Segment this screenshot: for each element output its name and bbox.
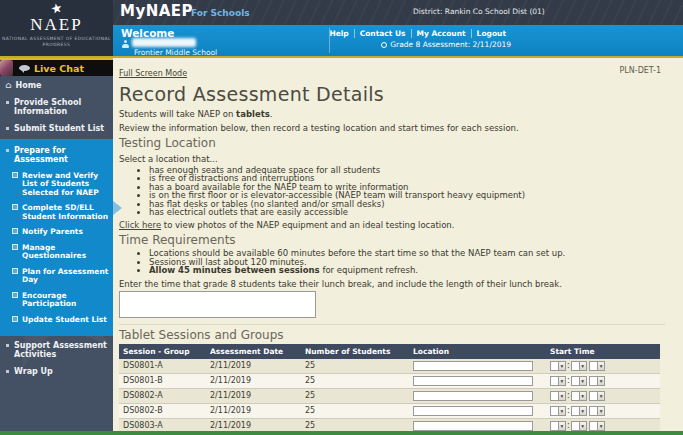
- page-code: PLN-DET-1: [620, 66, 662, 75]
- sidebar-section-label: Prepare for Assessment: [14, 146, 109, 164]
- start-minute-select[interactable]: ▾: [571, 391, 587, 401]
- lunch-break-textarea[interactable]: [119, 291, 316, 318]
- checkbox-icon: [12, 244, 18, 250]
- start-ampm-select[interactable]: ▾: [589, 421, 605, 431]
- start-ampm-select[interactable]: ▾: [589, 391, 605, 401]
- location-input[interactable]: [413, 376, 533, 386]
- chevron-down-icon: ▾: [597, 362, 604, 370]
- full-screen-mode-link[interactable]: Full Screen Mode: [119, 69, 187, 78]
- start-hour-select[interactable]: ▾: [550, 421, 566, 431]
- contact-us-link[interactable]: Contact Us: [354, 29, 411, 38]
- bullet-icon: [6, 370, 9, 373]
- chevron-down-icon: ▾: [597, 377, 604, 385]
- logout-link[interactable]: Logout: [471, 29, 511, 38]
- location-input[interactable]: [413, 406, 533, 416]
- time-requirements-bullets: Locations should be available 60 minutes…: [149, 249, 665, 274]
- location-input[interactable]: [413, 421, 533, 431]
- chevron-down-icon: ▾: [558, 392, 565, 400]
- bullet-item: has electrical outlets that are easily a…: [149, 208, 665, 216]
- sidebar-item-label: Plan for Assessment Day: [22, 268, 110, 285]
- sidebar-item-label: Provide School Information: [14, 98, 109, 116]
- start-minute-select[interactable]: ▾: [571, 361, 587, 371]
- time-requirements-heading: Time Requirements: [119, 233, 665, 247]
- location-input[interactable]: [413, 391, 533, 401]
- number-of-students-cell: 25: [301, 403, 409, 418]
- column-header-location: Location: [409, 344, 546, 359]
- chevron-down-icon: ▾: [558, 407, 565, 415]
- live-chat-button[interactable]: Live Chat: [0, 58, 113, 76]
- sidebar-item-label: Notify Parents: [22, 228, 83, 237]
- start-hour-select[interactable]: ▾: [550, 361, 566, 371]
- start-minute-select[interactable]: ▾: [571, 421, 587, 431]
- sidebar-item-prepare-for-assessment[interactable]: Prepare for Assessment: [0, 143, 113, 168]
- chevron-down-icon: ▾: [579, 407, 586, 415]
- location-input[interactable]: [413, 361, 533, 371]
- start-ampm-select[interactable]: ▾: [589, 376, 605, 386]
- checkbox-icon: [12, 172, 18, 178]
- photos-line: Click here to view photos of the NAEP eq…: [119, 220, 665, 230]
- testing-location-heading: Testing Location: [119, 136, 665, 150]
- sidebar-section-prepare-for-assessment: Prepare for Assessment Review and Verify…: [0, 139, 113, 336]
- logo-subtitle: NATIONAL ASSESSMENT OF EDUCATIONAL PROGR…: [0, 34, 113, 47]
- my-account-link[interactable]: My Account: [411, 29, 471, 38]
- checkbox-icon: [12, 204, 18, 210]
- sidebar-item-complete-sd-ell[interactable]: Complete SD/ELL Student Information: [0, 201, 113, 225]
- user-name-redacted: [132, 38, 196, 47]
- start-hour-select[interactable]: ▾: [550, 391, 566, 401]
- welcome-bar: Welcome Frontier Middle School Help Cont…: [113, 25, 683, 56]
- sidebar-item-plan-for-assessment-day[interactable]: Plan for Assessment Day: [0, 264, 113, 288]
- start-hour-select[interactable]: ▾: [550, 406, 566, 416]
- chevron-down-icon: ▾: [597, 407, 604, 415]
- assessment-date-cell: 2/11/2019: [206, 359, 301, 374]
- app-title: MyNAEP: [120, 2, 193, 20]
- sidebar-item-home[interactable]: ⌂ Home: [0, 76, 113, 93]
- sidebar-item-manage-questionnaires[interactable]: Manage Questionnaires: [0, 240, 113, 264]
- start-ampm-select[interactable]: ▾: [589, 406, 605, 416]
- chevron-down-icon: ▾: [558, 422, 565, 430]
- sidebar-item-submit-student-list[interactable]: Submit Student List: [0, 119, 113, 136]
- sidebar-item-label: Manage Questionnaires: [22, 244, 110, 261]
- header-links: Help Contact Us My Account Logout: [324, 29, 511, 38]
- start-ampm-select[interactable]: ▾: [589, 361, 605, 371]
- chevron-down-icon: ▾: [579, 422, 586, 430]
- column-header-number-of-students: Number of Students: [301, 344, 409, 359]
- assessment-date-cell: 2/11/2019: [206, 403, 301, 418]
- checkbox-icon: [12, 316, 18, 322]
- start-minute-select[interactable]: ▾: [571, 406, 587, 416]
- sidebar: ★ Live Chat ⌂ Home Provide School Inform…: [0, 58, 113, 435]
- home-icon: ⌂: [5, 81, 11, 89]
- sidebar-item-label: Submit Student List: [14, 124, 104, 133]
- start-hour-select[interactable]: ▾: [550, 376, 566, 386]
- sidebar-item-notify-parents[interactable]: Notify Parents: [0, 225, 113, 241]
- sidebar-item-label: Review and Verify List of Students Selec…: [22, 172, 110, 198]
- session-group-cell: DS0802-B: [119, 403, 206, 418]
- sidebar-item-label: Update Student List: [22, 316, 107, 325]
- click-here-link[interactable]: Click here: [119, 220, 161, 230]
- sidebar-item-wrap-up[interactable]: Wrap Up: [0, 362, 113, 379]
- assessment-info: Grade 8 Assessment: 2/11/2019: [381, 40, 511, 49]
- section-divider: [119, 324, 665, 325]
- sidebar-item-update-student-list[interactable]: Update Student List: [0, 312, 113, 328]
- naep-logo: ★ NAEP NATIONAL ASSESSMENT OF EDUCATIONA…: [0, 0, 113, 57]
- sidebar-item-label: Home: [15, 81, 41, 90]
- start-minute-select[interactable]: ▾: [571, 376, 587, 386]
- sidebar-item-support-assessment-activities[interactable]: Support Assessment Activities: [0, 336, 113, 362]
- table-row: DS0803-A 2/11/2019 25 ▾:▾ ▾: [119, 418, 660, 432]
- number-of-students-cell: 25: [301, 418, 409, 432]
- bullet-icon: [6, 149, 9, 152]
- chevron-down-icon: ▾: [558, 377, 565, 385]
- chevron-down-icon: ▾: [558, 362, 565, 370]
- assessment-icon: [381, 42, 387, 48]
- session-group-cell: DS0801-A: [119, 359, 206, 374]
- sidebar-item-review-and-verify-list[interactable]: Review and Verify List of Students Selec…: [0, 168, 113, 201]
- sidebar-item-label: Complete SD/ELL Student Information: [22, 204, 110, 221]
- help-link[interactable]: Help: [324, 29, 353, 38]
- number-of-students-cell: 25: [301, 359, 409, 374]
- app-subtitle: For Schools: [191, 8, 250, 18]
- live-chat-avatar: [0, 60, 13, 76]
- sidebar-item-provide-school-information[interactable]: Provide School Information: [0, 93, 113, 119]
- sidebar-item-encourage-participation[interactable]: Encourage Participation: [0, 288, 113, 312]
- table-row: DS0801-B 2/11/2019 25 ▾:▾ ▾: [119, 373, 660, 388]
- bullet-icon: [6, 127, 9, 130]
- testing-location-bullets: has enough seats and adequate space for …: [149, 166, 665, 216]
